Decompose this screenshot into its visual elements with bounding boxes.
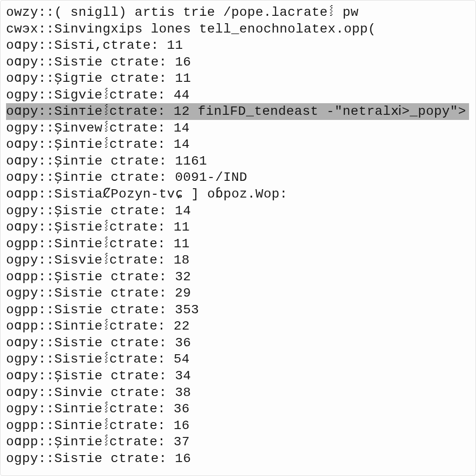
terminal-line[interactable]: oɑpy::Sinvie ctrate: 38 — [6, 384, 470, 401]
terminal-line[interactable]: oɑpy::Sisтie ctrate: 16 — [6, 54, 470, 71]
terminal-line[interactable]: cwэx::Sinvingxips lones tell_enochnolate… — [6, 21, 470, 38]
terminal-line[interactable]: ogpp::Sinтie⸾ctrate: 16 — [6, 417, 470, 434]
terminal-line[interactable]: oɑpp::Șinтie⸾ctrate: 37 — [6, 434, 470, 450]
terminal-line[interactable]: ogpp::Sinтie⸾ctrate: 11 — [6, 236, 470, 252]
terminal-line[interactable]: oɑpy::Șinтie⸾ctrate: 14 — [6, 136, 470, 153]
terminal-line[interactable]: oɑpy::Șigтie ctrate: 11 — [6, 70, 470, 87]
terminal-line[interactable]: oɑpy::Șinтie ctrate: 0091-/IND — [6, 169, 470, 186]
terminal-line[interactable]: oɑpy::Sisтi,ctrate: 11 — [6, 37, 470, 54]
terminal-line[interactable]: oɑpp::Șisтie ctrate: 32 — [6, 269, 470, 285]
terminal-line[interactable]: oɑpp::Sinтie⸾ctrate: 22 — [6, 318, 470, 335]
terminal-line[interactable]: ogpy::Sisтie ctrate: 29 — [6, 285, 470, 302]
terminal-line[interactable]: ogpy::Sisvie⸾ctrate: 18 — [6, 252, 470, 269]
terminal-line[interactable]: oɑpy::Sinтie⸾ctrate: 12 finlFD_tendeast … — [6, 103, 470, 120]
terminal-line[interactable]: oɑpy::Șinтie ctrate: 1161 — [6, 153, 470, 170]
terminal-line[interactable]: ogpy::Șinvew⸾ctrate: 14 — [6, 120, 470, 137]
terminal-line[interactable]: ogpy::Sisтie⸾ctrate: 54 — [6, 351, 470, 368]
terminal-line[interactable]: ogpy::Sinтie⸾ctrate: 36 — [6, 401, 470, 417]
terminal-line[interactable]: oɑpy::Șisтie ctrate: 34 — [6, 368, 470, 384]
highlighted-line[interactable]: oɑpy::Sinтie⸾ctrate: 12 finlFD_tendeast … — [6, 103, 469, 120]
terminal-line[interactable]: ogpy::Sisтie ctrate: 16 — [6, 450, 470, 467]
terminal-line[interactable]: owzy::( snigll) artis trie /pope.lacrate… — [6, 4, 470, 21]
terminal-line[interactable]: oɑpy::Șisтie⸾ctrate: 11 — [6, 219, 470, 236]
terminal-line[interactable]: ogpy::Sigvie⸾ctrate: 44 — [6, 87, 470, 104]
terminal-line[interactable]: ogpp::Sisтie ctrate: 353 — [6, 302, 470, 318]
terminal-line[interactable]: ogpy::Șisтie ctrate: 14 — [6, 203, 470, 219]
terminal-line[interactable]: oɑpy::Sisтie ctrate: 36 — [6, 335, 470, 351]
terminal-output[interactable]: owzy::( snigll) artis trie /pope.lacrate… — [6, 4, 470, 467]
terminal-line[interactable]: oɑpp::SisтiaȻPozyn-tvɕ ] oɓpoz.Wop: — [6, 186, 470, 203]
